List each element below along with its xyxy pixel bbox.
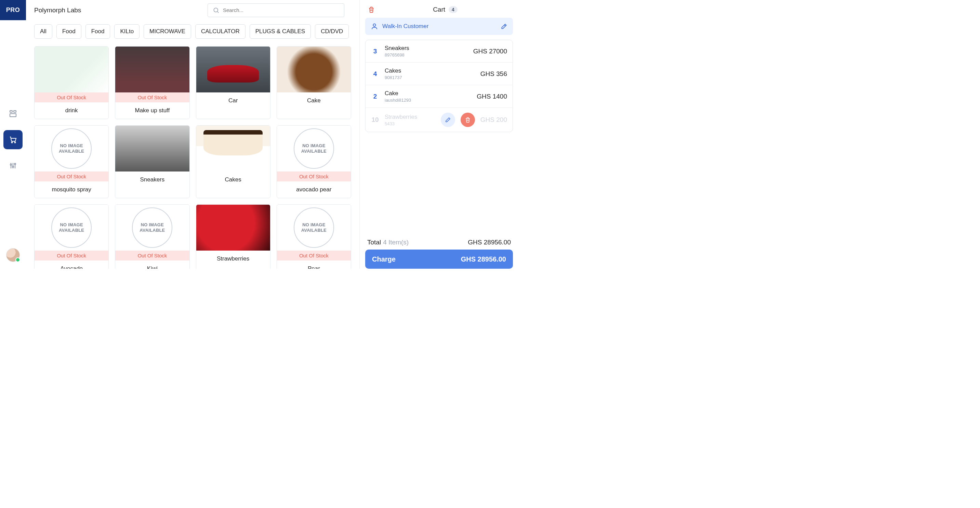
svg-point-11	[214, 8, 218, 12]
product-name: Strawberries	[196, 251, 270, 267]
sidebar: PRO	[0, 0, 26, 269]
user-icon	[371, 22, 378, 30]
line-name: Strawberries	[385, 113, 435, 120]
category-chip[interactable]: Food	[56, 24, 81, 39]
product-card[interactable]: Out Of StockMake up stuff	[115, 46, 189, 119]
product-card[interactable]: NO IMAGEAVAILABLEOut Of Stockavocado pea…	[277, 125, 351, 198]
cart-line-item[interactable]: 4Cakes9081737GHS 356	[366, 62, 512, 85]
sliders-icon	[9, 161, 17, 170]
product-thumbnail	[196, 205, 270, 251]
product-thumbnail	[115, 126, 189, 171]
nav-settings[interactable]	[3, 156, 22, 175]
category-chip[interactable]: PLUGS & CABLES	[250, 24, 311, 39]
no-image-placeholder: NO IMAGEAVAILABLE	[51, 208, 92, 248]
product-name: drink	[35, 102, 108, 119]
line-qty: 4	[371, 70, 379, 78]
category-chip[interactable]: All	[34, 24, 52, 39]
cart-items: 3Sneakers89765698GHS 270004Cakes9081737G…	[365, 40, 513, 132]
nav-dashboard[interactable]	[3, 104, 22, 123]
line-price: GHS 1400	[477, 93, 507, 100]
line-name: Cakes	[385, 67, 475, 74]
cart-icon	[9, 136, 17, 144]
edit-customer-button[interactable]	[501, 23, 508, 30]
line-qty: 10	[371, 116, 379, 124]
charge-label: Charge	[372, 256, 396, 263]
logo: PRO	[0, 0, 26, 20]
cart-title: Cart	[433, 6, 445, 13]
product-thumbnail: NO IMAGEAVAILABLE	[35, 205, 108, 251]
product-thumbnail	[115, 46, 189, 93]
charge-button[interactable]: Charge GHS 28956.00	[365, 249, 513, 269]
line-qty: 2	[371, 93, 379, 100]
product-card[interactable]: Strawberries	[196, 204, 270, 269]
product-card[interactable]: Cake	[277, 46, 351, 119]
product-card[interactable]: NO IMAGEAVAILABLEOut Of StockKiwi	[115, 204, 189, 269]
svg-point-13	[373, 24, 375, 26]
product-card[interactable]: Car	[196, 46, 270, 119]
product-thumbnail: NO IMAGEAVAILABLE	[115, 205, 189, 251]
category-chip[interactable]: MICROWAVE	[144, 24, 191, 39]
category-chip[interactable]: CD/DVD	[315, 24, 349, 39]
product-name: Avocado	[35, 260, 108, 269]
product-thumbnail: NO IMAGEAVAILABLE	[277, 126, 351, 171]
product-card[interactable]: Out Of Stockdrink	[34, 46, 109, 119]
svg-point-4	[15, 142, 16, 143]
line-name: Sneakers	[385, 45, 468, 52]
product-card[interactable]: Cakes	[196, 125, 270, 198]
total-item-count: 4 Item(s)	[383, 239, 409, 246]
svg-point-9	[12, 166, 14, 168]
search-icon	[213, 7, 220, 14]
svg-line-12	[218, 11, 219, 13]
cart-line-item[interactable]: 10Strawberries5433GHS 200	[366, 107, 512, 132]
brand-label: Polymorph Labs	[34, 6, 81, 14]
category-chip[interactable]: Food	[86, 24, 110, 39]
line-sku: iaushdi81293	[385, 97, 471, 103]
search-field[interactable]	[208, 3, 344, 17]
cart-panel: Cart 4 Walk-In Customer 3Sneakers8976569…	[360, 0, 519, 269]
cart-total-row: Total 4 Item(s) GHS 28956.00	[365, 234, 513, 249]
nav-cart[interactable]	[3, 130, 22, 149]
customer-row[interactable]: Walk-In Customer	[365, 18, 513, 35]
product-card[interactable]: NO IMAGEAVAILABLEOut Of StockAvocado	[34, 204, 109, 269]
category-chip[interactable]: KILto	[114, 24, 140, 39]
product-name: Cake	[277, 93, 351, 109]
line-name: Cake	[385, 90, 471, 97]
delete-line-button[interactable]	[461, 113, 475, 127]
product-thumbnail	[277, 46, 351, 93]
line-qty: 3	[371, 48, 379, 55]
line-price: GHS 356	[480, 70, 507, 78]
no-image-placeholder: NO IMAGEAVAILABLE	[51, 128, 92, 169]
no-image-placeholder: NO IMAGEAVAILABLE	[294, 208, 334, 248]
product-name: Make up stuff	[115, 102, 189, 119]
out-of-stock-badge: Out Of Stock	[35, 251, 108, 260]
svg-point-10	[14, 163, 16, 165]
clear-cart-button[interactable]	[365, 5, 377, 14]
out-of-stock-badge: Out Of Stock	[277, 171, 351, 181]
no-image-placeholder: NO IMAGEAVAILABLE	[294, 128, 334, 169]
line-sku: 9081737	[385, 75, 475, 80]
product-thumbnail: NO IMAGEAVAILABLE	[277, 205, 351, 251]
product-card[interactable]: NO IMAGEAVAILABLEOut Of StockPear	[277, 204, 351, 269]
line-sku: 5433	[385, 121, 435, 126]
cart-line-item[interactable]: 2Cakeiaushdi81293GHS 1400	[366, 85, 512, 107]
svg-rect-2	[10, 113, 16, 117]
charge-amount: GHS 28956.00	[461, 256, 506, 263]
out-of-stock-badge: Out Of Stock	[115, 93, 189, 102]
out-of-stock-badge: Out Of Stock	[277, 251, 351, 260]
main-panel: Polymorph Labs AllFoodFoodKILtoMICROWAVE…	[26, 0, 360, 269]
svg-rect-0	[10, 110, 12, 112]
product-grid: Out Of StockdrinkOut Of StockMake up stu…	[34, 46, 351, 269]
dashboard-icon	[9, 110, 17, 118]
cart-line-item[interactable]: 3Sneakers89765698GHS 27000	[366, 40, 512, 62]
edit-line-button[interactable]	[441, 113, 455, 127]
out-of-stock-badge: Out Of Stock	[35, 171, 108, 181]
out-of-stock-badge: Out Of Stock	[35, 93, 108, 102]
svg-point-3	[12, 142, 13, 143]
product-card[interactable]: NO IMAGEAVAILABLEOut Of Stockmosquito sp…	[34, 125, 109, 198]
trash-icon	[368, 6, 375, 13]
category-chip[interactable]: CALCULATOR	[195, 24, 245, 39]
search-input[interactable]	[223, 7, 339, 13]
user-avatar[interactable]	[6, 248, 20, 262]
product-card[interactable]: Sneakers	[115, 125, 189, 198]
out-of-stock-badge: Out Of Stock	[115, 251, 189, 260]
